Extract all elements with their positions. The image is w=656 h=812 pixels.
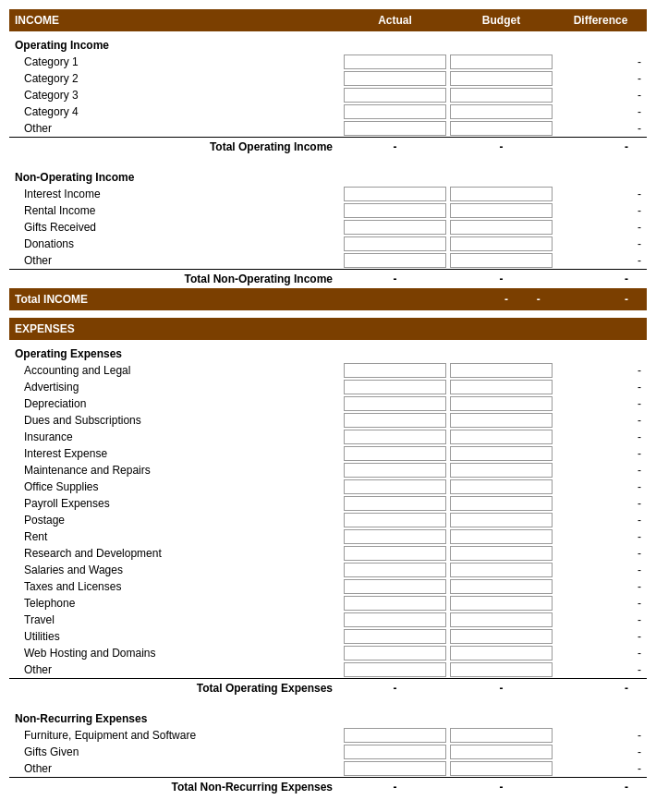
input-cell[interactable] (450, 71, 553, 86)
input-cell[interactable] (344, 579, 446, 594)
input-cell[interactable] (344, 187, 446, 201)
input-cell[interactable] (450, 529, 553, 544)
input-cell[interactable] (344, 546, 446, 561)
input-cell[interactable] (344, 596, 446, 611)
input-cell[interactable] (344, 728, 446, 743)
input-cell[interactable] (450, 513, 553, 527)
total-row: Total Operating Income--- (9, 138, 647, 157)
table-row: Rent- (9, 528, 647, 545)
diff-cell: - (554, 545, 647, 562)
spacer-row (9, 697, 647, 705)
total-actual: - (342, 778, 448, 797)
input-cell[interactable] (344, 253, 446, 268)
diff-cell: - (554, 103, 647, 120)
total-actual: - (342, 270, 448, 289)
table-row: Interest Expense- (9, 445, 647, 462)
input-cell[interactable] (344, 104, 446, 119)
input-cell[interactable] (344, 363, 446, 378)
input-cell[interactable] (450, 380, 553, 394)
input-cell[interactable] (344, 203, 446, 218)
table-row: Taxes and Licenses- (9, 578, 647, 595)
input-cell[interactable] (344, 121, 446, 136)
input-cell[interactable] (450, 104, 553, 119)
total-budget: - (448, 679, 554, 698)
input-cell[interactable] (344, 88, 446, 103)
input-cell[interactable] (344, 629, 446, 644)
input-cell[interactable] (450, 646, 553, 661)
diff-cell: - (554, 362, 647, 379)
input-cell[interactable] (450, 363, 553, 378)
grand-total-income-label: Total INCOME (9, 288, 491, 310)
input-cell[interactable] (450, 496, 553, 511)
input-cell[interactable] (450, 546, 553, 561)
input-cell[interactable] (344, 220, 446, 235)
input-cell[interactable] (344, 529, 446, 544)
diff-cell: - (554, 528, 647, 545)
row-label: Category 2 (9, 70, 342, 87)
input-cell[interactable] (450, 629, 553, 644)
input-cell[interactable] (344, 380, 446, 394)
input-cell[interactable] (344, 396, 446, 411)
expenses-actual-header (342, 318, 448, 340)
input-cell[interactable] (344, 236, 446, 251)
input-cell[interactable] (450, 413, 553, 428)
input-cell[interactable] (344, 646, 446, 661)
input-cell[interactable] (450, 596, 553, 611)
table-row: Other- (9, 252, 647, 270)
total-actual: - (342, 679, 448, 698)
input-cell[interactable] (450, 236, 553, 251)
input-cell[interactable] (344, 430, 446, 444)
input-cell[interactable] (344, 413, 446, 428)
input-cell[interactable] (344, 563, 446, 577)
table-row: Category 4- (9, 103, 647, 120)
input-cell[interactable] (450, 187, 553, 201)
diff-cell: - (554, 562, 647, 578)
input-cell[interactable] (450, 88, 553, 103)
input-cell[interactable] (450, 121, 553, 136)
row-label: Payroll Expenses (9, 495, 342, 512)
diff-cell: - (554, 479, 647, 495)
input-cell[interactable] (450, 728, 553, 743)
input-cell[interactable] (344, 745, 446, 759)
input-cell[interactable] (450, 761, 553, 776)
table-row: Furniture, Equipment and Software- (9, 727, 647, 744)
input-cell[interactable] (450, 463, 553, 478)
input-cell[interactable] (344, 479, 446, 494)
diff-cell: - (554, 512, 647, 528)
input-cell[interactable] (450, 745, 553, 759)
input-cell[interactable] (450, 430, 553, 444)
grand-total-income-actual: - (491, 288, 523, 310)
input-cell[interactable] (344, 761, 446, 776)
input-cell[interactable] (450, 479, 553, 494)
section-label-row: Non-Operating Income (9, 164, 647, 186)
diff-cell: - (554, 612, 647, 628)
diff-cell: - (554, 236, 647, 252)
row-label: Research and Development (9, 545, 342, 562)
total-row: Total Operating Expenses--- (9, 679, 647, 698)
diff-cell: - (554, 379, 647, 395)
input-cell[interactable] (450, 396, 553, 411)
input-cell[interactable] (344, 463, 446, 478)
row-label: Telephone (9, 595, 342, 612)
input-cell[interactable] (450, 446, 553, 461)
input-cell[interactable] (450, 612, 553, 627)
row-label: Office Supplies (9, 479, 342, 495)
input-cell[interactable] (450, 203, 553, 218)
input-cell[interactable] (344, 496, 446, 511)
input-cell[interactable] (450, 563, 553, 577)
total-label: Total Non-Operating Income (9, 270, 342, 289)
grand-total-income-row: Total INCOME - - - (9, 288, 647, 310)
input-cell[interactable] (344, 55, 446, 69)
input-cell[interactable] (450, 55, 553, 69)
input-cell[interactable] (450, 579, 553, 594)
input-cell[interactable] (450, 253, 553, 268)
input-cell[interactable] (344, 71, 446, 86)
input-cell[interactable] (344, 662, 446, 677)
table-row: Other- (9, 661, 647, 679)
input-cell[interactable] (450, 662, 553, 677)
input-cell[interactable] (344, 612, 446, 627)
input-cell[interactable] (450, 220, 553, 235)
input-cell[interactable] (344, 513, 446, 527)
input-cell[interactable] (344, 446, 446, 461)
row-label: Rental Income (9, 202, 342, 219)
